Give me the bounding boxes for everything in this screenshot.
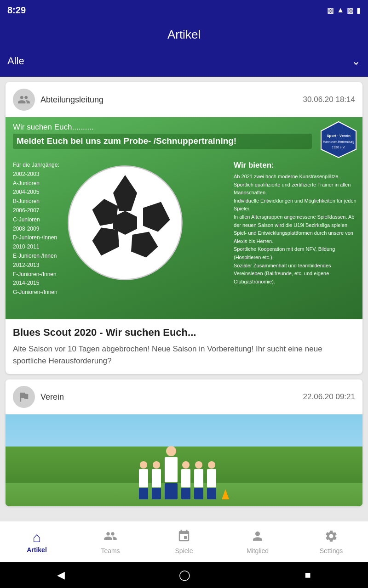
- svg-text:1926 e.V.: 1926 e.V.: [332, 146, 345, 149]
- battery-icon: ▮: [356, 6, 361, 15]
- signal-icon: ▩: [347, 6, 354, 15]
- chevron-down-icon: ⌄: [351, 55, 361, 68]
- nav-label-teams: Teams: [101, 547, 120, 554]
- card-date: 30.06.20 18:14: [303, 95, 355, 104]
- wifi-icon: ▲: [337, 6, 344, 14]
- back-button[interactable]: ◀: [57, 569, 65, 581]
- player-figure: [139, 461, 148, 499]
- poster-offer: Wir bieten: Ab 2021 zwei hoch moderne Ku…: [234, 161, 358, 286]
- nav-label-spiele: Spiele: [175, 547, 193, 554]
- poster-main-text: Meldet Euch bei uns zum Probe- /Schnuppe…: [13, 134, 312, 149]
- player-figure: [152, 461, 161, 499]
- teams-icon: [104, 529, 117, 545]
- sim-icon: ▩: [327, 6, 334, 15]
- person-icon: [251, 529, 264, 545]
- svg-text:Hannover-Herrenburg: Hannover-Herrenburg: [323, 140, 354, 144]
- card-image-2: [6, 414, 362, 506]
- svg-text:Sport · Verein: Sport · Verein: [327, 134, 351, 138]
- page-title: Artikel: [167, 28, 201, 41]
- player-figure: [194, 461, 203, 499]
- poster-year-groups: Für die Jahrgänge: 2002-2003 A-Junioren …: [13, 161, 59, 297]
- svg-marker-7: [321, 122, 356, 158]
- card-author: Abteilungsleitung: [40, 95, 298, 105]
- players-scene: [6, 414, 362, 506]
- cone-icon: [222, 489, 229, 499]
- calendar-icon: [177, 529, 191, 545]
- card-body: Blues Scout 2020 - Wir suchen Euch... Al…: [6, 319, 362, 374]
- article-card[interactable]: Verein 22.06.20 09:21: [6, 379, 362, 506]
- nav-item-spiele[interactable]: Spiele: [147, 521, 221, 562]
- player-figure-main: [165, 446, 178, 499]
- page-header: Artikel: [0, 20, 368, 49]
- status-time: 8:29: [7, 5, 26, 16]
- main-content: Abteilungsleitung 30.06.20 18:14 Wir suc…: [0, 77, 368, 521]
- nav-label-mitglied: Mitglied: [247, 547, 269, 554]
- status-icons: ▩ ▲ ▩ ▮: [327, 6, 361, 15]
- nav-item-artikel[interactable]: ⌂ Artikel: [0, 521, 74, 562]
- nav-label-settings: Settings: [320, 547, 343, 554]
- nav-label-artikel: Artikel: [27, 546, 47, 554]
- avatar-2: [13, 386, 35, 408]
- nav-item-settings[interactable]: Settings: [294, 521, 368, 562]
- nav-item-teams[interactable]: Teams: [74, 521, 147, 562]
- club-logo: Sport · Verein Hannover-Herrenburg 1926 …: [318, 121, 359, 158]
- card-excerpt: Alte Saison vor 10 Tagen abgebrochen! Ne…: [13, 343, 355, 367]
- soccer-ball-image: [65, 163, 185, 283]
- card-header-2: Verein 22.06.20 09:21: [6, 379, 362, 414]
- card-header: Abteilungsleitung 30.06.20 18:14: [6, 82, 362, 117]
- card-image: Wir suchen Euch.......... Meldet Euch be…: [6, 117, 362, 319]
- recents-button[interactable]: ■: [305, 569, 311, 581]
- avatar: [13, 89, 35, 111]
- group-icon: [17, 93, 30, 106]
- status-bar: 8:29 ▩ ▲ ▩ ▮: [0, 0, 368, 20]
- nav-item-mitglied[interactable]: Mitglied: [221, 521, 294, 562]
- home-icon: ⌂: [33, 531, 41, 544]
- card-author-2: Verein: [40, 392, 298, 402]
- card-title: Blues Scout 2020 - Wir suchen Euch...: [13, 327, 355, 339]
- flag-icon: [17, 390, 30, 403]
- filter-dropdown[interactable]: Alle ⌄: [7, 53, 361, 69]
- poster-headline: Wir suchen Euch..........: [13, 123, 94, 132]
- filter-bar: Alle ⌄: [0, 49, 368, 77]
- player-figure: [181, 461, 190, 499]
- settings-icon: [324, 529, 338, 545]
- home-button[interactable]: ◯: [179, 569, 190, 581]
- android-nav: ◀ ◯ ■: [0, 562, 368, 588]
- card-date-2: 22.06.20 09:21: [303, 392, 355, 401]
- article-card[interactable]: Abteilungsleitung 30.06.20 18:14 Wir suc…: [6, 82, 362, 374]
- bottom-nav: ⌂ Artikel Teams Spiele Mitglied: [0, 521, 368, 562]
- player-figure: [207, 461, 216, 499]
- filter-label: Alle: [7, 55, 24, 67]
